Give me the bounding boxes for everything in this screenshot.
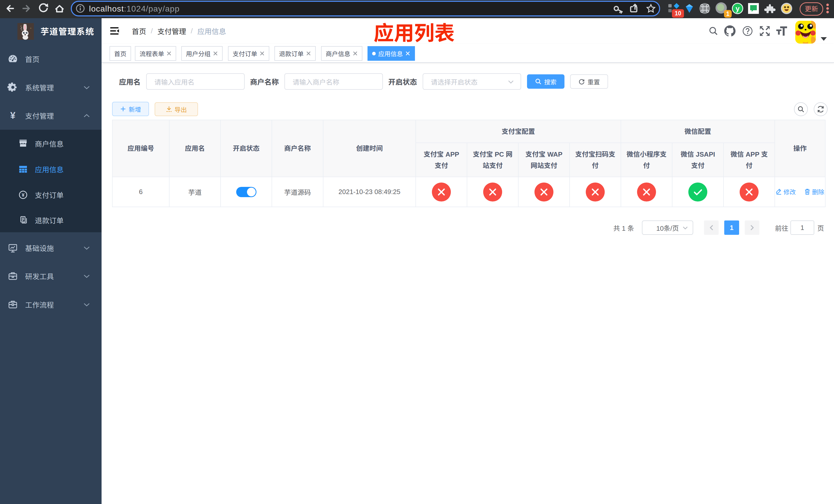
svg-text:¥: ¥ xyxy=(22,192,25,198)
svg-text:y: y xyxy=(736,5,740,13)
